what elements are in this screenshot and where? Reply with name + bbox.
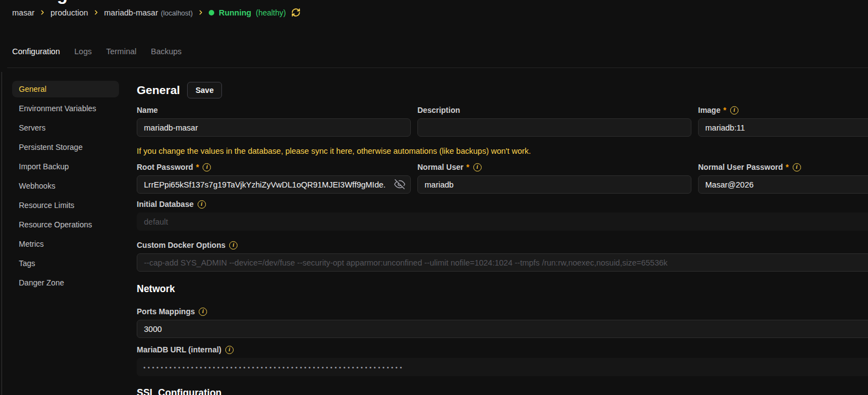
general-panel: General Save Name Description Image * i <box>137 81 868 395</box>
description-input[interactable] <box>417 118 691 137</box>
toggle-password-visibility-button[interactable] <box>394 178 406 192</box>
sidebar-item-servers[interactable]: Servers <box>12 119 119 136</box>
field-name: Name <box>137 106 411 137</box>
image-label: Image <box>698 106 720 115</box>
sidebar-item-import-backup[interactable]: Import Backup <box>12 158 119 175</box>
field-mariadb-url: MariaDB URL (internal) i •••••••••••••••… <box>137 345 868 376</box>
tab-backups[interactable]: Backups <box>151 47 182 56</box>
ports-mappings-label: Ports Mappings <box>137 307 195 316</box>
initial-database-label: Initial Database <box>137 200 194 209</box>
chevron-right-icon <box>39 9 45 15</box>
eye-slash-icon <box>394 178 406 192</box>
root-password-input[interactable] <box>137 175 411 194</box>
field-normal-user: Normal User * i <box>417 163 691 194</box>
sidebar-item-webhooks[interactable]: Webhooks <box>12 178 119 194</box>
sidebar-item-environment-variables[interactable]: Environment Variables <box>12 100 119 117</box>
sidebar-item-resource-limits[interactable]: Resource Limits <box>12 197 119 214</box>
ssl-configuration-heading: SSL Configuration <box>137 387 868 395</box>
normal-user-label: Normal User <box>417 163 463 171</box>
general-heading: General <box>137 84 180 97</box>
description-label: Description <box>417 106 460 115</box>
normal-user-password-input[interactable] <box>698 175 868 194</box>
tab-configuration[interactable]: Configuration <box>12 47 60 56</box>
left-edge-line <box>1 72 2 395</box>
field-image: Image * i <box>698 106 868 137</box>
breadcrumb-resource-name[interactable]: mariadb-masar <box>104 8 158 17</box>
field-normal-user-password: Normal User Password * i <box>698 163 868 194</box>
tab-logs[interactable]: Logs <box>74 47 91 56</box>
required-asterisk: * <box>723 106 726 115</box>
field-ports-mappings: Ports Mappings i <box>137 307 868 338</box>
info-icon[interactable]: i <box>730 106 738 115</box>
field-description: Description <box>417 106 691 137</box>
sidebar-item-tags[interactable]: Tags <box>12 255 119 272</box>
custom-docker-options-label: Custom Docker Options <box>137 241 225 250</box>
tab-bar: Configuration Logs Terminal Backups <box>12 47 182 56</box>
required-asterisk: * <box>786 163 788 171</box>
info-icon[interactable]: i <box>199 308 207 316</box>
normal-user-password-label: Normal User Password <box>698 163 783 171</box>
chevron-right-icon <box>93 9 99 15</box>
field-initial-database: Initial Database i <box>137 200 868 231</box>
info-icon[interactable]: i <box>198 200 206 209</box>
custom-docker-options-input[interactable] <box>137 253 868 272</box>
refresh-icon[interactable] <box>291 8 301 17</box>
breadcrumb-resource[interactable]: mariadb-masar(localhost) <box>104 8 193 17</box>
sidebar-item-resource-operations[interactable]: Resource Operations <box>12 216 119 233</box>
status-dot-icon <box>209 10 214 15</box>
save-button[interactable]: Save <box>187 82 222 98</box>
settings-sidebar: General Environment Variables Servers Pe… <box>12 81 119 395</box>
field-custom-docker-options: Custom Docker Options i <box>137 241 868 272</box>
name-input[interactable] <box>137 118 411 137</box>
info-icon[interactable]: i <box>225 346 234 354</box>
status-label: Running <box>219 8 251 17</box>
chevron-right-icon <box>198 9 204 15</box>
sidebar-item-metrics[interactable]: Metrics <box>12 236 119 252</box>
info-icon[interactable]: i <box>203 163 211 171</box>
status-indicator: Running (healthy) <box>209 8 301 17</box>
breadcrumb-project[interactable]: masar <box>12 8 34 17</box>
info-icon[interactable]: i <box>473 163 482 171</box>
required-asterisk: * <box>196 163 199 171</box>
breadcrumb: masar production mariadb-masar(localhost… <box>12 8 301 17</box>
network-heading: Network <box>137 283 868 295</box>
initial-database-input <box>137 212 868 231</box>
status-health-label: (healthy) <box>256 8 286 17</box>
sync-warning-text: If you change the values in the database… <box>137 147 868 155</box>
tabs-divider <box>7 67 868 68</box>
sidebar-item-persistent-storage[interactable]: Persistent Storage <box>12 139 119 155</box>
info-icon[interactable]: i <box>229 241 237 250</box>
page-title-partial: Configuration <box>12 0 128 3</box>
normal-user-input[interactable] <box>417 175 691 194</box>
sidebar-item-general[interactable]: General <box>12 81 119 97</box>
breadcrumb-environment[interactable]: production <box>50 8 88 17</box>
required-asterisk: * <box>466 163 469 171</box>
field-root-password: Root Password * i <box>137 163 411 194</box>
ports-mappings-input[interactable] <box>137 320 868 338</box>
sidebar-item-danger-zone[interactable]: Danger Zone <box>12 274 119 291</box>
image-input[interactable] <box>698 118 868 137</box>
mariadb-url-label: MariaDB URL (internal) <box>137 345 221 354</box>
breadcrumb-resource-host: (localhost) <box>161 9 193 17</box>
name-label: Name <box>137 106 158 115</box>
tab-terminal[interactable]: Terminal <box>106 47 137 56</box>
mariadb-url-masked-value: ••••••••••••••••••••••••••••••••••••••••… <box>137 358 868 376</box>
info-icon[interactable]: i <box>793 163 801 171</box>
root-password-label: Root Password <box>137 163 193 171</box>
